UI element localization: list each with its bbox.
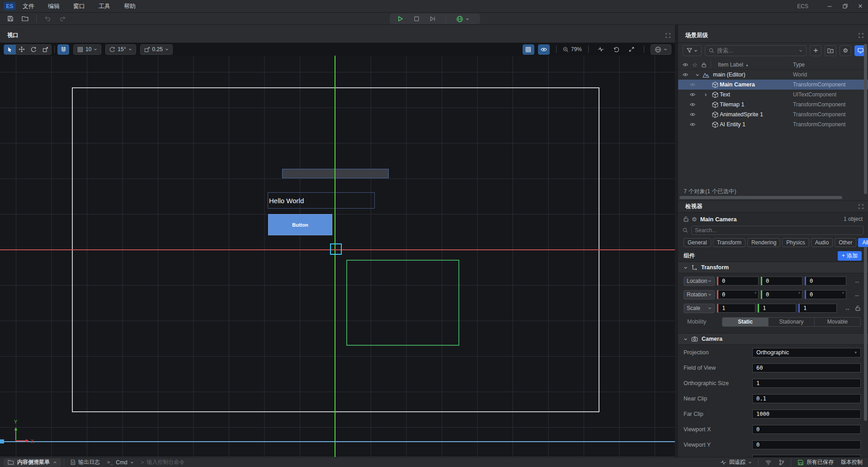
near-clip-input[interactable]	[752, 394, 861, 403]
unlock-icon[interactable]	[684, 216, 689, 222]
scene-canvas[interactable]: Hello World Button Y X	[0, 56, 675, 457]
add-folder-button[interactable]	[825, 45, 836, 56]
location-y-input[interactable]	[761, 276, 802, 286]
hierarchy-expand-button[interactable]	[859, 33, 863, 38]
inspector-vertical-scrollbar[interactable]	[864, 247, 867, 421]
tab-general[interactable]: General	[684, 238, 711, 247]
hierarchy-row-text[interactable]: Text UITextComponent	[678, 90, 868, 100]
hierarchy-row-animatedsprite[interactable]: AnimatedSprite 1 TransformComponent	[678, 110, 868, 119]
far-clip-input[interactable]	[752, 410, 861, 419]
save-status[interactable]: 所有已保存	[797, 458, 834, 466]
play-button[interactable]	[394, 14, 406, 24]
close-button[interactable]: ✕	[853, 0, 868, 12]
viewport-y-input[interactable]	[752, 440, 861, 449]
undo-button[interactable]	[42, 14, 54, 24]
content-drawer-button[interactable]: 内容侧滑菜单	[4, 458, 61, 467]
tab-physics[interactable]: Physics	[782, 238, 809, 247]
scale-snap-dropdown[interactable]: 0.25	[140, 44, 173, 55]
open-project-button[interactable]	[19, 14, 31, 24]
hierarchy-vertical-scrollbar[interactable]	[864, 44, 867, 194]
star-column-icon[interactable]: ☆	[692, 60, 698, 70]
maximize-button[interactable]	[837, 0, 853, 12]
location-mode-dropdown[interactable]: Location	[684, 276, 715, 286]
menu-tools[interactable]: 工具	[92, 0, 117, 12]
link-axes-icon[interactable]: ↔	[844, 305, 850, 312]
scale-x-input[interactable]	[717, 304, 755, 313]
visibility-eye-icon[interactable]	[683, 70, 688, 80]
link-axes-icon[interactable]: ↔	[854, 291, 860, 298]
reset-view-button[interactable]	[610, 44, 622, 55]
hierarchy-row-ai-entity[interactable]: AI Entity 1 TransformComponent	[678, 119, 868, 129]
label-column-header[interactable]: Item Label ▲	[718, 60, 749, 70]
rotation-x-input[interactable]	[717, 290, 759, 299]
orthographic-size-input[interactable]	[752, 379, 861, 388]
zoom-indicator[interactable]: 79%	[563, 46, 582, 52]
add-entity-button[interactable]	[810, 45, 821, 56]
view-mode-dropdown[interactable]	[651, 44, 671, 55]
expander-chevron-down-icon[interactable]	[695, 70, 699, 80]
gizmo-visibility-button[interactable]	[538, 44, 550, 55]
location-x-input[interactable]	[717, 276, 759, 286]
guide-handle[interactable]	[0, 439, 4, 443]
hierarchy-search-input[interactable]	[717, 48, 796, 54]
mobility-stationary-option[interactable]: Stationary	[769, 318, 815, 326]
field-of-view-input[interactable]	[752, 363, 861, 372]
selected-ui-bar[interactable]	[282, 169, 389, 178]
version-branch-icon[interactable]	[779, 459, 784, 466]
projection-dropdown[interactable]: Orthographic ▾	[752, 348, 861, 357]
expander-chevron-right-icon[interactable]	[704, 90, 708, 100]
tab-rendering[interactable]: Rendering	[747, 238, 780, 247]
hierarchy-row-tilemap[interactable]: Tilemap 1 TransformComponent	[678, 100, 868, 110]
gear-icon[interactable]: ⚙	[692, 216, 697, 223]
tab-all[interactable]: All	[858, 238, 868, 247]
minimize-button[interactable]: ─	[822, 0, 837, 12]
tab-other[interactable]: Other	[835, 238, 856, 247]
link-axes-icon[interactable]: ↔	[854, 278, 860, 285]
hierarchy-horizontal-scrollbar[interactable]	[679, 196, 842, 199]
stop-button[interactable]	[410, 14, 422, 24]
step-button[interactable]	[427, 14, 439, 24]
menu-help[interactable]: 帮助	[117, 0, 142, 12]
viewport-x-input[interactable]	[752, 425, 861, 434]
tab-transform[interactable]: Transform	[713, 238, 745, 247]
inspector-expand-button[interactable]	[859, 204, 863, 209]
type-column-header[interactable]: Type	[793, 60, 805, 70]
rotation-mode-dropdown[interactable]: Rotation	[684, 290, 715, 300]
save-button[interactable]	[5, 14, 16, 24]
hierarchy-search[interactable]	[705, 45, 807, 56]
selection-square[interactable]	[330, 243, 342, 255]
run-target-dropdown[interactable]	[453, 14, 472, 24]
eye-column-icon[interactable]	[683, 60, 688, 70]
version-control-button[interactable]: 版本控制	[841, 458, 863, 466]
tab-audio[interactable]: Audio	[811, 238, 833, 247]
cmd-dropdown[interactable]: >_ Cmd	[107, 459, 134, 466]
hierarchy-settings-button[interactable]: ⚙	[840, 45, 851, 56]
mobility-movable-option[interactable]: Movable	[815, 318, 860, 326]
menu-window[interactable]: 窗口	[66, 0, 92, 12]
rotation-snap-dropdown[interactable]: 15°	[105, 44, 136, 55]
scale-z-input[interactable]	[798, 304, 837, 313]
scale-y-input[interactable]	[758, 304, 796, 313]
visibility-eye-icon[interactable]	[690, 90, 695, 100]
rotate-tool-button[interactable]	[28, 44, 39, 55]
move-tool-button[interactable]	[16, 44, 28, 55]
output-log-button[interactable]: 输出日志	[71, 458, 100, 466]
stats-button[interactable]	[595, 44, 607, 55]
mobility-static-option[interactable]: Static	[722, 318, 769, 326]
rect-edit-tool-button[interactable]	[39, 44, 51, 55]
fullscreen-button[interactable]	[626, 44, 637, 55]
viewport-expand-button[interactable]	[665, 33, 670, 38]
console-input[interactable]: > 输入控制台命令	[141, 458, 185, 466]
filter-button[interactable]	[683, 45, 702, 56]
rotation-z-input[interactable]	[805, 290, 846, 299]
ui-text-element[interactable]: Hello World	[268, 192, 375, 209]
transform-section-header[interactable]: Transform	[678, 262, 868, 273]
entity-bounds-outline[interactable]	[346, 260, 459, 346]
hierarchy-row-main-camera[interactable]: Main Camera TransformComponent	[678, 80, 868, 90]
hierarchy-row-main[interactable]: main (Editor) World	[678, 70, 868, 80]
grid-snap-dropdown[interactable]: 10	[73, 44, 101, 55]
grid-visibility-button[interactable]	[523, 44, 534, 55]
visibility-eye-icon[interactable]	[690, 100, 695, 110]
visibility-eye-icon[interactable]	[690, 110, 695, 119]
ui-button-element[interactable]: Button	[268, 214, 332, 235]
